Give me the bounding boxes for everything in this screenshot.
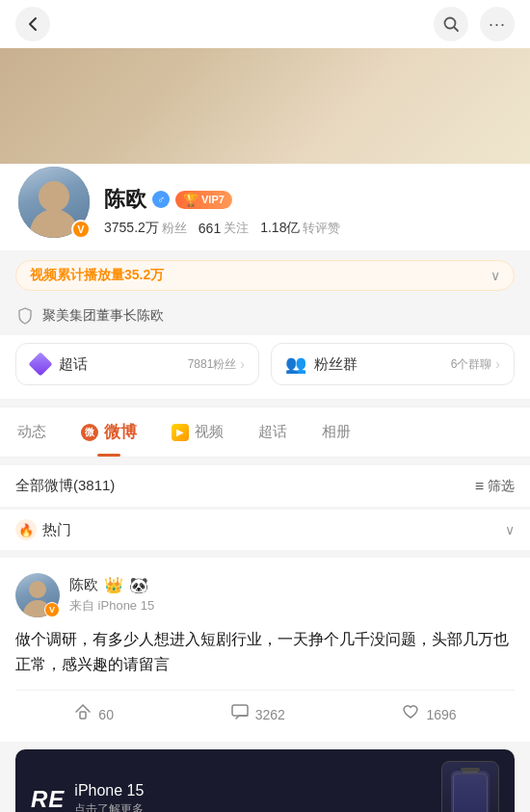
- likes-count: 1.18亿: [260, 220, 300, 237]
- hot-label: 热门: [42, 521, 71, 539]
- followers-stat: 3755.2万 粉丝: [104, 220, 187, 237]
- ad-phone-image: [441, 761, 499, 812]
- like-icon: [401, 702, 420, 726]
- tab-supertalk[interactable]: 超话: [241, 409, 305, 455]
- chevron-down-icon: ∨: [490, 268, 500, 283]
- followers-count: 3755.2万: [104, 220, 159, 237]
- top-bar-right: ···: [434, 7, 515, 41]
- tab-dongtai[interactable]: 动态: [0, 409, 64, 455]
- share-count: 60: [98, 707, 114, 722]
- tab-weibo-label: 微博: [104, 421, 137, 443]
- action-cards: 超话 7881粉丝 › 👥 粉丝群 6个群聊 ›: [0, 335, 530, 399]
- name-row: 陈欧 ♂ 🏆 VIP7: [104, 185, 515, 214]
- fans-group-left: 👥 粉丝群: [285, 354, 358, 375]
- vip-label: VIP7: [201, 194, 225, 205]
- share-button[interactable]: 60: [73, 702, 114, 726]
- tab-supertalk-label: 超话: [258, 423, 287, 441]
- tab-weibo[interactable]: 微 微博: [64, 407, 154, 457]
- top-bar-left: [15, 7, 50, 41]
- comment-button[interactable]: 3262: [230, 702, 285, 726]
- hot-tag-left: 🔥 热门: [15, 519, 71, 540]
- share-icon: [73, 702, 93, 726]
- post-list-header: 全部微博(3811) ≡ 筛选: [0, 465, 530, 507]
- search-button[interactable]: [434, 7, 468, 41]
- tab-album[interactable]: 相册: [305, 409, 368, 455]
- bio-row: 聚美集团董事长陈欧: [0, 301, 530, 335]
- vip-crown-icon: 🏆: [183, 193, 199, 207]
- likes-stat: 1.18亿 转评赞: [260, 220, 340, 237]
- verified-badge: V: [71, 220, 91, 239]
- top-bar: ···: [0, 0, 530, 48]
- filter-label: 筛选: [488, 478, 515, 495]
- tab-video-label: 视频: [195, 423, 224, 441]
- post-header: V 陈欧 👑 🐼 来自 iPhone 15: [15, 573, 515, 617]
- svg-point-0: [445, 18, 456, 29]
- post-crown-icon: 👑: [104, 576, 123, 594]
- vip-badge: 🏆 VIP7: [175, 191, 232, 209]
- super-talk-info: 超话: [59, 355, 88, 374]
- post-panda-icon: 🐼: [129, 576, 148, 594]
- hot-chevron-down-icon: ∨: [505, 522, 515, 537]
- profile-section: V 陈欧 ♂ 🏆 VIP7 3755.2万 粉丝 661 关注: [0, 164, 530, 250]
- avatar-row: V 陈欧 ♂ 🏆 VIP7 3755.2万 粉丝 661 关注: [15, 164, 515, 250]
- comment-icon: [230, 702, 250, 726]
- svg-rect-2: [232, 705, 248, 716]
- fans-group-card[interactable]: 👥 粉丝群 6个群聊 ›: [271, 343, 515, 385]
- super-talk-left: 超话: [30, 354, 88, 375]
- super-talk-count: 7881粉丝: [188, 356, 237, 373]
- video-play-prefix: 视频累计播放量: [30, 267, 124, 282]
- post-actions: 60 3262 1696: [15, 690, 515, 726]
- post-avatar-wrap: V: [15, 573, 60, 617]
- profile-info: 陈欧 ♂ 🏆 VIP7 3755.2万 粉丝 661 关注: [104, 185, 515, 241]
- fans-group-count: 6个群聊: [451, 356, 492, 373]
- post-meta: 陈欧 👑 🐼 来自 iPhone 15: [69, 576, 515, 615]
- username: 陈欧: [104, 185, 146, 214]
- more-button[interactable]: ···: [480, 7, 515, 41]
- stats-row: 3755.2万 粉丝 661 关注 1.18亿 转评赞: [104, 220, 515, 237]
- super-talk-label: 超话: [59, 355, 88, 374]
- tab-video[interactable]: ▶ 视频: [154, 409, 241, 455]
- ad-sub-text: 点击了解更多: [74, 801, 144, 812]
- fans-group-right: 6个群聊 ›: [451, 356, 500, 373]
- post-content: 做个调研，有多少人想进入短剧行业，一天挣个几千没问题，头部几万也正常，感兴趣的请…: [15, 627, 515, 676]
- like-count: 1696: [426, 707, 456, 722]
- video-icon: ▶: [172, 424, 189, 441]
- ad-banner[interactable]: RE iPhone 15 点击了解更多: [15, 749, 515, 812]
- post-source: 来自 iPhone 15: [69, 597, 515, 615]
- video-count-text: 视频累计播放量35.2万: [30, 267, 164, 284]
- tab-bar: 动态 微 微博 ▶ 视频 超话 相册: [0, 406, 530, 458]
- super-talk-right: 7881粉丝 ›: [188, 356, 245, 373]
- following-count: 661: [199, 221, 221, 236]
- comment-count: 3262: [255, 707, 285, 722]
- ad-left: RE iPhone 15 点击了解更多: [31, 782, 144, 812]
- post-username[interactable]: 陈欧: [69, 576, 98, 594]
- followers-label: 粉丝: [162, 220, 187, 237]
- following-label: 关注: [224, 220, 249, 237]
- video-play-count: 35.2万: [124, 267, 164, 282]
- hot-tag-bar[interactable]: 🔥 热门 ∨: [0, 509, 530, 550]
- like-button[interactable]: 1696: [401, 702, 456, 726]
- shield-icon: [15, 306, 35, 326]
- post-card: V 陈欧 👑 🐼 来自 iPhone 15 做个调研，有多少人想进入短剧行业，一…: [0, 558, 530, 742]
- fans-group-label: 粉丝群: [314, 355, 358, 374]
- tab-dongtai-label: 动态: [17, 423, 46, 441]
- ad-product-name: iPhone 15: [74, 782, 144, 799]
- tab-album-label: 相册: [322, 423, 351, 441]
- fans-group-arrow: ›: [495, 356, 500, 372]
- filter-button[interactable]: ≡ 筛选: [475, 478, 515, 495]
- avatar-wrap: V: [15, 164, 93, 241]
- svg-rect-1: [80, 712, 86, 719]
- fans-group-icon: 👥: [285, 354, 306, 375]
- super-talk-card[interactable]: 超话 7881粉丝 ›: [15, 343, 259, 385]
- weibo-logo-icon: 微: [81, 424, 98, 441]
- fans-group-info: 粉丝群: [314, 355, 358, 374]
- hot-icon: 🔥: [15, 519, 37, 540]
- video-count-bar[interactable]: 视频累计播放量35.2万 ∨: [15, 260, 515, 291]
- gender-icon: ♂: [152, 191, 170, 208]
- people-icon: 👥: [285, 354, 306, 375]
- diamond-icon: [30, 354, 51, 375]
- bio-text: 聚美集团董事长陈欧: [42, 307, 164, 325]
- super-talk-arrow: ›: [240, 356, 245, 372]
- post-verified-badge: V: [44, 602, 60, 617]
- back-button[interactable]: [15, 7, 50, 41]
